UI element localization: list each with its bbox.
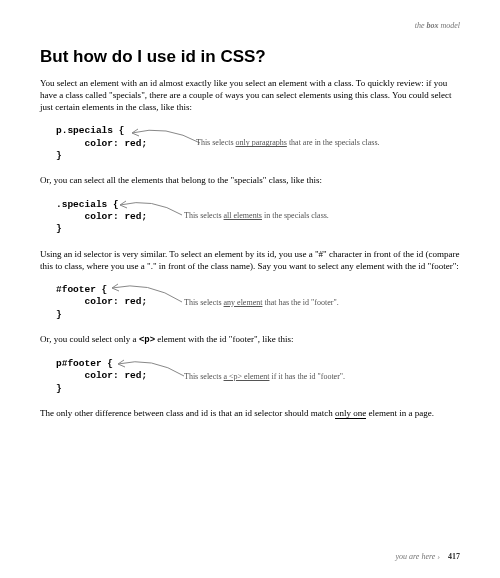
page-title: But how do I use id in CSS? [40,45,460,69]
header-post: model [438,21,460,30]
footer-arrow-icon: › [437,552,440,561]
code-example-3: #footer { color: red; } This selects any… [56,284,460,321]
paragraph-3: Using an id selector is very similar. To… [40,248,460,272]
annotation-1: This selects only paragraphs that are in… [196,137,380,148]
footer-text: you are here [395,552,437,561]
arrow-1 [126,119,204,147]
header-pre: the [415,21,427,30]
inline-code-p: <p> [139,335,155,345]
header-bold: box [426,21,438,30]
paragraph-4: Or, you could select only a <p> element … [40,333,460,346]
arrow-2 [116,193,186,219]
intro-paragraph: You select an element with an id almost … [40,77,460,113]
paragraph-2: Or, you can select all the elements that… [40,174,460,186]
arrow-4 [114,352,188,380]
underlined-phrase: only one [335,408,366,419]
running-header: the box model [40,20,460,31]
arrow-3 [108,276,186,306]
paragraph-5: The only other difference between class … [40,407,460,419]
code-example-2: .specials { color: red; } This selects a… [56,199,460,236]
annotation-3: This selects any element that has the id… [184,297,339,308]
page-number: 417 [448,552,460,561]
annotation-4: This selects a <p> element if it has the… [184,371,345,382]
page-footer: you are here › 417 [395,551,460,562]
code-example-1: p.specials { color: red; } This selects … [56,125,460,162]
annotation-2: This selects all elements in the special… [184,210,329,221]
code-example-4: p#footer { color: red; } This selects a … [56,358,460,395]
